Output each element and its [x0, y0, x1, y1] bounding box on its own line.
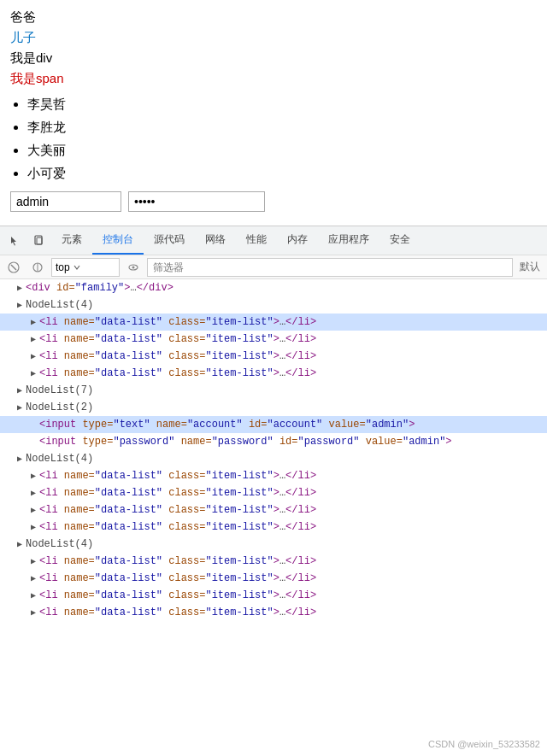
device-tool-icon[interactable] [27, 229, 51, 253]
dom-row-li-8[interactable]: ▶ <li name="data-list" class="item-list"… [0, 519, 547, 536]
dom-row-nodelist4-3[interactable]: ▶ NodeList(4) [0, 536, 547, 553]
dom-row-li-9[interactable]: ▶ <li name="data-list" class="item-list"… [0, 553, 547, 570]
tab-network[interactable]: 网络 [195, 226, 236, 255]
dom-code: <li name="data-list" class="item-list">…… [39, 554, 316, 569]
filter-input[interactable] [147, 258, 513, 277]
toggle-icon[interactable]: ▶ [27, 521, 39, 533]
dom-row-input-password[interactable]: ▶ <input type="password" name="password"… [0, 433, 547, 450]
toggle-icon[interactable]: ▶ [14, 299, 26, 311]
list-item: 李昊哲 [27, 92, 537, 115]
toggle-icon[interactable]: ▶ [27, 470, 39, 482]
dom-code: <li name="data-list" class="item-list">…… [39, 605, 316, 620]
tab-console[interactable]: 控制台 [92, 226, 144, 255]
devtools-tabs-bar: 元素 控制台 源代码 网络 性能 内存 应用程序 安全 [0, 226, 547, 255]
dom-code: <li name="data-list" class="item-list">…… [39, 485, 316, 501]
cursor-tool-icon[interactable] [3, 229, 27, 253]
toggle-icon[interactable]: ▶ [14, 384, 26, 396]
dom-row-family[interactable]: ▶ <div id="family">…</div> [0, 279, 547, 296]
dom-row-li-12[interactable]: ▶ <li name="data-list" class="item-list"… [0, 604, 547, 621]
watermark: CSDN @weixin_53233582 [428, 739, 540, 749]
toggle-icon[interactable]: ▶ [27, 350, 39, 362]
dom-code: <div id="family">…</div> [26, 280, 174, 296]
dom-code: <li name="data-list" class="item-list">…… [39, 588, 316, 603]
dom-row-input-account[interactable]: ▶ <input type="text" name="account" id="… [0, 416, 547, 433]
eye-icon[interactable] [123, 257, 144, 278]
toggle-icon[interactable]: ▶ [27, 333, 39, 345]
dom-row-nodelist2[interactable]: ▶ NodeList(2) [0, 399, 547, 416]
name-list: 李昊哲 李胜龙 大美丽 小可爱 [27, 92, 537, 185]
dom-row-nodelist7[interactable]: ▶ NodeList(7) [0, 382, 547, 399]
dom-code: <input type="password" name="password" i… [39, 434, 452, 449]
default-label: 默认 [516, 260, 544, 274]
toggle-icon[interactable]: ▶ [14, 282, 26, 294]
toggle-icon[interactable]: ▶ [27, 316, 39, 328]
tab-performance[interactable]: 性能 [236, 226, 277, 255]
devtools-tabs: 元素 控制台 源代码 网络 性能 内存 应用程序 安全 [51, 226, 421, 255]
toggle-icon[interactable]: ▶ [27, 572, 39, 584]
dom-row-li-2[interactable]: ▶ <li name="data-list" class="item-list"… [0, 331, 547, 348]
devtools-panel: 元素 控制台 源代码 网络 性能 内存 应用程序 安全 top [0, 226, 547, 621]
dom-code: <li name="data-list" class="item-list">…… [39, 366, 316, 381]
line-erzi: 儿子 [10, 27, 537, 48]
line-baba: 爸爸 [10, 7, 537, 27]
toggle-icon[interactable]: ▶ [27, 555, 39, 567]
dom-code: <li name="data-list" class="item-list">…… [39, 314, 316, 330]
dom-code: <input type="text" name="account" id="ac… [39, 417, 415, 432]
dom-code: NodeList(4) [26, 451, 93, 466]
toggle-icon[interactable]: ▶ [14, 538, 26, 550]
svg-rect-1 [37, 237, 42, 244]
dom-row-li-3[interactable]: ▶ <li name="data-list" class="item-list"… [0, 348, 547, 365]
dom-row-li-6[interactable]: ▶ <li name="data-list" class="item-list"… [0, 484, 547, 501]
svg-point-7 [132, 266, 135, 268]
username-input[interactable] [10, 191, 121, 212]
list-item: 李胜龙 [27, 115, 537, 138]
list-item: 大美丽 [27, 138, 537, 161]
dom-row-nodelist4-2[interactable]: ▶ NodeList(4) [0, 450, 547, 467]
password-input[interactable] [128, 191, 265, 212]
dom-code: <li name="data-list" class="item-list">…… [39, 468, 316, 483]
dom-tree: ▶ <div id="family">…</div> ▶ NodeList(4)… [0, 279, 547, 621]
page-content: 爸爸 儿子 我是div 我是span 李昊哲 李胜龙 大美丽 小可爱 [0, 0, 547, 226]
line-div: 我是div [10, 48, 537, 68]
dom-code: NodeList(4) [26, 297, 93, 313]
dom-row-li-11[interactable]: ▶ <li name="data-list" class="item-list"… [0, 587, 547, 604]
context-selector[interactable]: top [51, 258, 120, 277]
toggle-icon[interactable]: ▶ [14, 453, 26, 465]
toggle-icon[interactable]: ▶ [27, 589, 39, 601]
dom-row-li-5[interactable]: ▶ <li name="data-list" class="item-list"… [0, 467, 547, 484]
context-label: top [56, 261, 70, 273]
dom-code: <li name="data-list" class="item-list">…… [39, 331, 316, 347]
dom-row-li-10[interactable]: ▶ <li name="data-list" class="item-list"… [0, 570, 547, 587]
login-form [10, 191, 537, 212]
toggle-icon[interactable]: ▶ [27, 607, 39, 618]
dom-code: NodeList(4) [26, 536, 93, 552]
clear-console-icon[interactable] [3, 257, 24, 278]
dom-row-nodelist4-1[interactable]: ▶ NodeList(4) [0, 296, 547, 314]
list-item: 小可爱 [27, 161, 537, 185]
dom-row-li-7[interactable]: ▶ <li name="data-list" class="item-list"… [0, 501, 547, 519]
tab-sources[interactable]: 源代码 [144, 226, 195, 255]
toggle-icon[interactable]: ▶ [27, 487, 39, 499]
dom-row-li-1[interactable]: ▶ <li name="data-list" class="item-list"… [0, 314, 547, 331]
tab-memory[interactable]: 内存 [277, 226, 318, 255]
dom-code: <li name="data-list" class="item-list">…… [39, 519, 316, 535]
dom-code: NodeList(2) [26, 400, 93, 415]
svg-line-3 [11, 265, 16, 270]
tab-application[interactable]: 应用程序 [318, 226, 379, 255]
tab-elements[interactable]: 元素 [51, 226, 92, 255]
toggle-icon[interactable]: ▶ [27, 504, 39, 516]
dom-code: <li name="data-list" class="item-list">…… [39, 349, 316, 364]
tab-security[interactable]: 安全 [379, 226, 421, 255]
dom-row-li-4[interactable]: ▶ <li name="data-list" class="item-list"… [0, 365, 547, 382]
dom-code: NodeList(7) [26, 383, 93, 398]
filter-icon[interactable] [27, 257, 48, 278]
line-span: 我是span [10, 68, 537, 89]
toggle-icon[interactable]: ▶ [27, 367, 39, 379]
toggle-icon[interactable]: ▶ [14, 401, 26, 413]
dom-code: <li name="data-list" class="item-list">…… [39, 502, 316, 518]
console-toolbar: top 默认 [0, 255, 547, 279]
dom-code: <li name="data-list" class="item-list">…… [39, 571, 316, 586]
